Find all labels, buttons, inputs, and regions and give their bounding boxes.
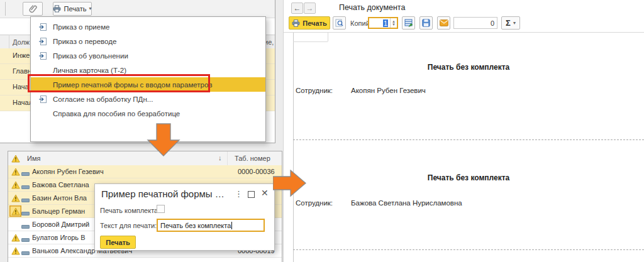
status-dash-icon bbox=[21, 199, 30, 202]
employee-name: Булатов Игорь В bbox=[32, 234, 86, 241]
toolbar-divider bbox=[5, 2, 6, 16]
menu-item-soglasie-pdn[interactable]: Согласие на обработку ПДн... bbox=[31, 92, 265, 106]
paperclip-icon bbox=[29, 4, 37, 13]
warning-icon bbox=[9, 192, 21, 204]
menu-item-label: Приказ о переводе bbox=[53, 38, 116, 45]
print-menu-button[interactable]: Печать ▾ bbox=[53, 2, 92, 16]
menu-item-spravka-bezrabotitsa[interactable]: Справка для пособия по безработице bbox=[31, 106, 265, 121]
warning-icon bbox=[9, 153, 21, 164]
copies-input[interactable]: 1 ▲▼ bbox=[368, 17, 398, 29]
envelope-icon bbox=[440, 19, 448, 26]
employee-field-value: Бажова Светлана Нурисламовна bbox=[351, 199, 462, 207]
document-arrow-icon bbox=[38, 95, 47, 104]
status-dash-icon bbox=[21, 225, 30, 229]
sort-desc-icon[interactable]: ↓ bbox=[218, 154, 222, 161]
employee-name: Бажова Светлана bbox=[32, 181, 89, 188]
employee-field-value: Акопян Рубен Гезевич bbox=[351, 87, 426, 94]
dialog-print-button[interactable]: Печать bbox=[100, 236, 136, 249]
page-break-line bbox=[293, 139, 644, 140]
corner-cell-line bbox=[293, 41, 328, 42]
back-button[interactable]: ← bbox=[291, 3, 303, 14]
menu-item-prikaz-o-perevode[interactable]: Приказ о переводе bbox=[31, 34, 265, 48]
employee-field-label: Сотрудник: bbox=[296, 87, 333, 94]
preview-button[interactable] bbox=[333, 16, 346, 30]
warning-icon bbox=[9, 245, 21, 256]
forward-button[interactable]: → bbox=[304, 3, 316, 14]
employee-name: Боровой Дмитрий bbox=[32, 221, 89, 228]
kebab-menu-icon[interactable]: ⋮ bbox=[235, 189, 243, 199]
sigma-icon: Σ bbox=[506, 18, 511, 28]
row-text: Нача bbox=[13, 83, 29, 90]
red-callout-box bbox=[28, 74, 210, 92]
status-dash-icon bbox=[21, 238, 30, 242]
menu-item-label: Приказ о приеме bbox=[53, 23, 109, 31]
orange-arrow-down-icon bbox=[145, 123, 182, 157]
status-dash-icon bbox=[21, 185, 30, 189]
employee-tab-number: 0000-00036 bbox=[238, 168, 275, 175]
chevron-down-icon: ▾ bbox=[513, 21, 516, 26]
forward-icon: → bbox=[306, 4, 314, 13]
floppy-save-icon bbox=[422, 19, 430, 27]
orange-arrow-right-icon bbox=[273, 170, 307, 197]
save-button[interactable] bbox=[419, 16, 433, 30]
document-arrow-icon bbox=[38, 23, 47, 31]
printer-icon bbox=[292, 19, 300, 27]
screenshot-stage: Печать ▾ Долж ие, Инже Главн Нача Начал … bbox=[0, 0, 644, 262]
print-settings-button[interactable] bbox=[402, 16, 415, 30]
warning-icon bbox=[9, 232, 21, 243]
corner-cell-line bbox=[328, 33, 328, 41]
window-title: Печать документа bbox=[339, 3, 405, 12]
row-text: Инже bbox=[13, 52, 30, 59]
dialog-print-button-label: Печать bbox=[106, 239, 130, 246]
attach-button[interactable] bbox=[23, 2, 43, 16]
parameter-dialog: Пример печатной формы … ⋮ ✕ Печать компл… bbox=[94, 183, 275, 251]
input-value: Печать без комплекта bbox=[160, 222, 231, 229]
toolbar-separator bbox=[284, 32, 644, 33]
preview-print-button[interactable]: Печать bbox=[289, 16, 330, 30]
left-toolbar: Печать ▾ bbox=[0, 0, 275, 18]
text-caret bbox=[231, 222, 232, 229]
employee-name: Базин Антон Вла bbox=[32, 194, 87, 202]
copies-value: 1 bbox=[383, 19, 388, 27]
warning-icon bbox=[9, 179, 21, 190]
email-button[interactable] bbox=[437, 16, 450, 30]
print-text-input[interactable]: Печать без комплекта bbox=[157, 219, 265, 232]
dialog-title: Пример печатной формы … bbox=[101, 188, 225, 199]
preview-magnifier-icon bbox=[335, 19, 343, 27]
document-arrow-icon bbox=[38, 52, 47, 60]
print-preview-window: ← → Печать документа Печать Копий: 1 ▲▼ bbox=[283, 0, 644, 262]
menu-item-prikaz-ob-uvolnenii[interactable]: Приказ об увольнении bbox=[31, 48, 265, 63]
column-header-name[interactable]: Имя bbox=[27, 155, 40, 162]
close-icon[interactable]: ✕ bbox=[261, 188, 269, 198]
status-dash-icon bbox=[21, 251, 30, 255]
column-header-tab[interactable]: Таб. номер bbox=[235, 155, 270, 162]
sum-field-value: 0 bbox=[491, 19, 494, 27]
print-set-checkbox[interactable] bbox=[157, 205, 165, 213]
column-header-position[interactable]: Долж bbox=[13, 38, 30, 46]
spinner-icon[interactable]: ▲▼ bbox=[390, 18, 397, 28]
input-label: Текст для печати: bbox=[100, 222, 157, 229]
table-settings-icon bbox=[404, 19, 413, 27]
menu-item-label: Согласие на обработку ПДн... bbox=[53, 96, 153, 103]
maximize-icon[interactable] bbox=[248, 191, 255, 198]
print-button-label: Печать bbox=[64, 5, 86, 13]
employee-name: Акопян Рубен Гезевич bbox=[32, 168, 104, 175]
document-arrow-icon bbox=[38, 37, 47, 46]
sum-field[interactable]: 0 bbox=[453, 17, 497, 29]
employee-field-label: Сотрудник: bbox=[296, 199, 333, 207]
preview-print-label: Печать bbox=[303, 19, 326, 27]
page-break-line bbox=[293, 249, 644, 250]
back-icon: ← bbox=[294, 4, 301, 13]
employee-name: Бальцер Герман bbox=[32, 207, 85, 215]
employee-row[interactable]: Акопян Рубен Гезевич 0000-00036 bbox=[8, 165, 282, 178]
chevron-down-icon: ▾ bbox=[89, 6, 92, 11]
menu-item-label: Личная карточка (Т-2) bbox=[53, 67, 126, 74]
menu-item-label: Справка для пособия по безработице bbox=[53, 110, 180, 117]
menu-item-prikaz-o-prieme[interactable]: Приказ о приеме bbox=[31, 19, 265, 34]
document-heading: Печать без комплекта bbox=[293, 173, 644, 182]
checkbox-label: Печать комплекта: bbox=[100, 207, 160, 214]
warning-icon-selected bbox=[9, 205, 21, 217]
sigma-button[interactable]: Σ ▾ bbox=[501, 16, 520, 30]
status-dash-icon bbox=[21, 172, 30, 176]
printer-icon bbox=[53, 5, 61, 13]
